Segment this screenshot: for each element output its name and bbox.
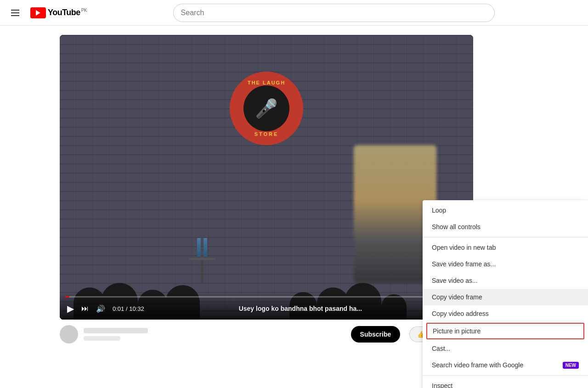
- play-button[interactable]: ▶: [65, 301, 76, 316]
- new-badge: NEW: [563, 362, 579, 369]
- search-input[interactable]: [181, 9, 487, 17]
- next-button[interactable]: ⏭: [79, 303, 90, 315]
- youtube-text: YouTubePK: [48, 8, 87, 17]
- context-menu-cast[interactable]: Cast...: [423, 340, 588, 357]
- logo-top-text: THE LAUGH: [248, 80, 285, 85]
- volume-button[interactable]: 🔊: [94, 303, 107, 315]
- channel-subscribers: [84, 336, 120, 341]
- controls-row: ▶ ⏭ 🔊 0:01 / 10:32 Usey logo ko bandhna …: [65, 301, 468, 316]
- below-video: Subscribe 👍 265K 👎: [60, 325, 473, 343]
- header: YouTubePK: [0, 0, 588, 26]
- logo-bottom-text: STORE: [254, 131, 279, 137]
- context-menu-copy-address[interactable]: Copy video address: [423, 305, 588, 322]
- search-box: [173, 4, 495, 22]
- context-menu-divider-2: [423, 375, 588, 376]
- channel-info: Subscribe: [60, 325, 400, 343]
- context-menu-copy-frame[interactable]: Copy video frame: [423, 289, 588, 305]
- video-controls: ▶ ⏭ 🔊 0:01 / 10:32 Usey logo ko bandhna …: [60, 292, 473, 320]
- video-player[interactable]: THE LAUGH 🎤 STORE: [60, 35, 473, 320]
- context-menu-open-new-tab[interactable]: Open video in new tab: [423, 239, 588, 256]
- channel-name: [84, 328, 148, 333]
- context-menu-inspect[interactable]: Inspect: [423, 377, 588, 388]
- bottle-1: [197, 238, 201, 256]
- progress-filled: [65, 296, 69, 298]
- header-left: YouTubePK: [7, 6, 87, 20]
- progress-bar[interactable]: [65, 296, 468, 298]
- context-menu-divider-1: [423, 237, 588, 237]
- channel-avatar: [60, 325, 78, 343]
- main-content: THE LAUGH 🎤 STORE: [0, 26, 588, 353]
- search-container: [105, 4, 562, 22]
- channel-text: [84, 328, 345, 341]
- microphone-icon: 🎤: [255, 98, 278, 119]
- youtube-icon: [30, 7, 46, 18]
- time-display: 0:01 / 10:32: [113, 305, 144, 312]
- youtube-logo[interactable]: YouTubePK: [30, 7, 87, 18]
- context-menu-pip[interactable]: Picture in picture: [426, 323, 584, 339]
- subscribe-button[interactable]: Subscribe: [351, 326, 401, 343]
- video-scene: THE LAUGH 🎤 STORE: [60, 35, 473, 320]
- context-menu-loop[interactable]: Loop: [423, 202, 588, 219]
- context-menu: Loop Show all controls Open video in new…: [423, 200, 588, 388]
- laugh-store-logo: THE LAUGH 🎤 STORE: [230, 72, 303, 145]
- context-menu-show-all-controls[interactable]: Show all controls: [423, 219, 588, 235]
- context-menu-save-video[interactable]: Save video as...: [423, 272, 588, 289]
- hamburger-menu[interactable]: [7, 6, 23, 20]
- bottle-2: [204, 238, 207, 256]
- context-menu-search-frame[interactable]: Search video frame with Google NEW: [423, 357, 588, 373]
- context-menu-save-frame[interactable]: Save video frame as...: [423, 256, 588, 272]
- subtitle-text: Usey logo ko bandhna bhot pasand ha...: [148, 305, 453, 312]
